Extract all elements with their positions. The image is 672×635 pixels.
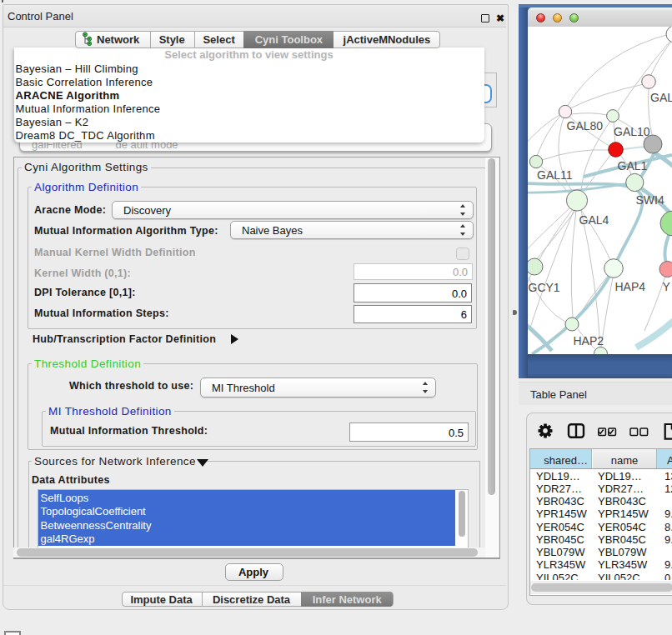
svg-text:GAL2: GAL2 [650,91,672,104]
svg-text:GAL4: GAL4 [579,213,609,227]
svg-text:Y: Y [663,280,671,293]
svg-text:GCY1: GCY1 [529,281,560,294]
svg-text:SWI4: SWI4 [636,193,664,207]
svg-text:HAP2: HAP2 [574,334,604,348]
svg-text:HAP4: HAP4 [615,280,646,293]
svg-text:GAL80: GAL80 [567,119,604,132]
svg-text:GAL1: GAL1 [618,159,648,172]
svg-text:GAL11: GAL11 [537,168,573,182]
svg-text:GAL10: GAL10 [614,125,650,138]
